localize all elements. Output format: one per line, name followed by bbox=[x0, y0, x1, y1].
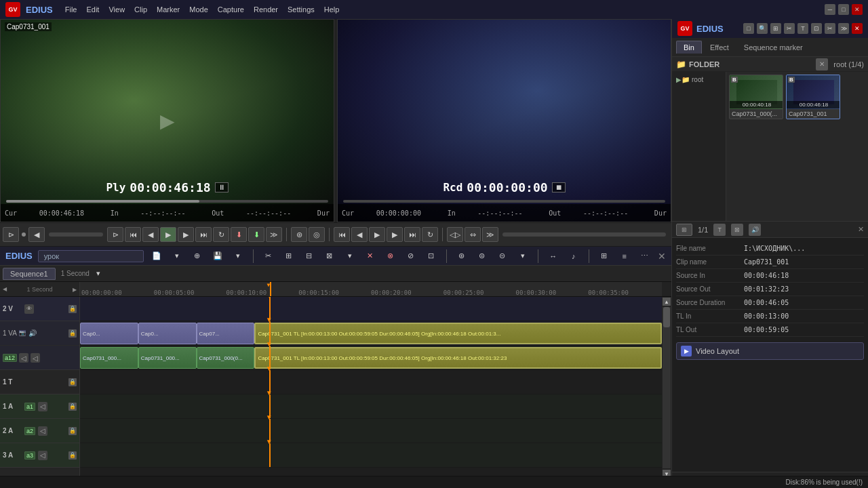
color-dropdown[interactable]: ▾ bbox=[515, 249, 530, 264]
video-layout-item[interactable]: ▶ Video Layout bbox=[676, 342, 864, 360]
rec-ff[interactable]: ⏭ bbox=[404, 227, 420, 242]
bin-tree-root[interactable]: ▶📁 root bbox=[675, 75, 723, 85]
props-icon4[interactable]: 🔊 bbox=[749, 224, 761, 236]
close-editor-btn[interactable]: ✕ bbox=[658, 251, 666, 262]
source-extra[interactable]: ≫ bbox=[266, 227, 282, 242]
clip-a2[interactable]: Cap0731_000... bbox=[138, 347, 197, 369]
bin-item-0[interactable]: B 00:00:40:18 Cap0731_000(... bbox=[729, 75, 783, 119]
vscroll-up[interactable]: ▲ bbox=[663, 298, 671, 306]
menu-render[interactable]: Render bbox=[254, 5, 278, 14]
vscroll-thumb[interactable] bbox=[663, 307, 670, 327]
timeline-vscroll[interactable]: ▲ ▼ bbox=[662, 297, 671, 479]
track-vol-left[interactable]: ◁ bbox=[19, 353, 28, 363]
extra-btn[interactable]: ≫ bbox=[482, 227, 498, 242]
right-toolbar-7[interactable]: ✂ bbox=[825, 23, 835, 34]
clip-a1[interactable]: Cap0731_000... bbox=[80, 347, 138, 369]
delete-btn[interactable]: ✕ bbox=[363, 249, 378, 264]
track-lock-3a[interactable]: 🔒 bbox=[68, 451, 77, 460]
marker-btn[interactable]: ⊛ bbox=[454, 249, 469, 264]
export-dropdown[interactable]: ▾ bbox=[342, 249, 357, 264]
bin-item-1[interactable]: B 00:00:46:18 Cap0731_001 bbox=[786, 75, 840, 119]
new-seq-dropdown[interactable]: ▾ bbox=[170, 249, 184, 264]
view-grid[interactable]: ⊞ bbox=[597, 249, 612, 264]
track-lock-1a[interactable]: 🔒 bbox=[68, 403, 77, 411]
project-name-input[interactable] bbox=[38, 250, 144, 262]
shuttle-left[interactable]: ◀ bbox=[28, 227, 45, 242]
rec-step-fwd[interactable]: ▶ bbox=[387, 227, 403, 242]
ripple-del-btn[interactable]: ⊘ bbox=[403, 249, 418, 264]
source-step-fwd[interactable]: ▶ bbox=[178, 227, 194, 242]
close-button[interactable]: ✕ bbox=[852, 4, 863, 15]
delete2-btn[interactable]: ⊗ bbox=[383, 249, 398, 264]
record-mode[interactable]: ⊛ bbox=[291, 227, 307, 242]
more-tools[interactable]: ⋯ bbox=[637, 249, 652, 264]
menu-marker[interactable]: Marker bbox=[157, 5, 180, 14]
jog-knob[interactable] bbox=[22, 232, 26, 237]
zoom-in-btn[interactable]: ▶ bbox=[73, 285, 77, 293]
right-toolbar-6[interactable]: ⊡ bbox=[811, 23, 822, 34]
source-rew[interactable]: ⏮ bbox=[125, 227, 141, 242]
track-lock-2a[interactable]: 🔒 bbox=[68, 427, 77, 435]
clip-v3[interactable]: Cap07... bbox=[197, 323, 255, 344]
source-play[interactable]: ▶ bbox=[160, 227, 176, 242]
set-in-btn[interactable]: ⊳ bbox=[107, 227, 123, 242]
clip-a4[interactable]: Cap0731_001 TL [In:00:00:13:00 Out:00:00… bbox=[254, 347, 662, 369]
track-lock-1t[interactable]: 🔒 bbox=[68, 378, 77, 386]
bin-tab-bin[interactable]: Bin bbox=[676, 41, 702, 54]
maximize-button[interactable]: □ bbox=[838, 4, 849, 15]
source-ff[interactable]: ⏭ bbox=[195, 227, 212, 242]
menu-view[interactable]: View bbox=[108, 5, 125, 14]
new-seq-btn[interactable]: 📄 bbox=[149, 249, 164, 264]
zoom-out-btn[interactable]: ◀ bbox=[3, 286, 7, 292]
right-toolbar-1[interactable]: □ bbox=[743, 23, 754, 34]
rec-loop[interactable]: ↻ bbox=[422, 227, 438, 242]
rec-step-back[interactable]: ◀ bbox=[351, 227, 368, 242]
track-a3-vol[interactable]: ◁ bbox=[38, 451, 47, 460]
source-step-back[interactable]: ◀ bbox=[142, 227, 159, 242]
menu-file[interactable]: File bbox=[65, 5, 77, 14]
clip-v2[interactable]: Cap0... bbox=[138, 323, 197, 344]
clip-a3[interactable]: Cap0731_000(0... bbox=[197, 347, 255, 369]
track-eye-2v[interactable]: 👁 bbox=[24, 304, 34, 314]
rec-play[interactable]: ▶ bbox=[369, 227, 385, 242]
view-list[interactable]: ≡ bbox=[617, 249, 632, 264]
track-a1-num[interactable]: a1 bbox=[24, 403, 35, 411]
right-close-btn[interactable]: ✕ bbox=[852, 23, 863, 34]
folder-close-btn[interactable]: ✕ bbox=[816, 58, 828, 70]
insert-btn[interactable]: ⬇ bbox=[248, 227, 264, 242]
paste-btn[interactable]: ⊟ bbox=[302, 249, 317, 264]
minimize-button[interactable]: ─ bbox=[825, 4, 835, 15]
copy-btn[interactable]: ⊕ bbox=[190, 249, 205, 264]
right-toolbar-2[interactable]: 🔍 bbox=[757, 23, 768, 34]
menu-settings[interactable]: Settings bbox=[288, 5, 315, 14]
tc-nav[interactable]: ◁▷ bbox=[447, 227, 463, 242]
trim-btn[interactable]: ⊡ bbox=[424, 249, 439, 264]
sequence-tab[interactable]: Sequence1 bbox=[3, 268, 56, 280]
save-dropdown[interactable]: ▾ bbox=[231, 249, 245, 264]
time-scale-dropdown[interactable]: ▾ bbox=[92, 268, 104, 280]
clip-v1[interactable]: Cap0... bbox=[80, 323, 138, 344]
record-slider[interactable] bbox=[502, 232, 666, 237]
menu-help[interactable]: Help bbox=[324, 5, 340, 14]
track-a1-vol[interactable]: ◁ bbox=[38, 402, 47, 411]
snap-btn[interactable]: ↔ bbox=[546, 249, 561, 264]
right-toolbar-4[interactable]: ✂ bbox=[784, 23, 795, 34]
copy2-btn[interactable]: ⊞ bbox=[281, 249, 296, 264]
props-icon3[interactable]: ⊠ bbox=[731, 224, 743, 236]
right-toolbar-3[interactable]: ⊞ bbox=[770, 23, 781, 34]
ripple-btn[interactable]: ⇔ bbox=[465, 227, 481, 242]
menu-clip[interactable]: Clip bbox=[134, 5, 147, 14]
source-loop[interactable]: ↻ bbox=[213, 227, 229, 242]
export-btn[interactable]: ⊠ bbox=[322, 249, 337, 264]
source-slider[interactable] bbox=[49, 232, 103, 237]
props-close-btn[interactable]: ✕ bbox=[858, 225, 864, 234]
cut-btn[interactable]: ✂ bbox=[261, 249, 276, 264]
shuttle-knob[interactable]: ◎ bbox=[309, 227, 325, 242]
color-btn[interactable]: ⊝ bbox=[495, 249, 510, 264]
track-vol-right[interactable]: ◁ bbox=[31, 353, 40, 363]
save-btn[interactable]: 💾 bbox=[210, 249, 225, 264]
props-icon1[interactable]: ⊞ bbox=[676, 224, 692, 236]
bin-tab-effect[interactable]: Effect bbox=[703, 41, 736, 54]
track-sound-icon[interactable]: 🔊 bbox=[28, 329, 37, 337]
audio-btn[interactable]: ♪ bbox=[566, 249, 581, 264]
